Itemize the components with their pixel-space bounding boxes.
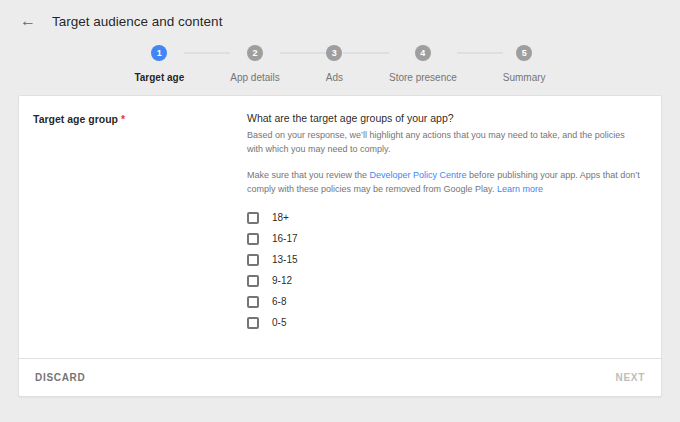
checkbox-label-6-8: 6-8	[272, 296, 286, 307]
required-marker: *	[121, 113, 125, 125]
step-3-circle[interactable]: 3	[326, 45, 342, 61]
page-title: Target audience and content	[52, 14, 222, 29]
checkbox-row-13-15[interactable]: 13-15	[247, 254, 641, 266]
age-group-checkbox-list: 18+ 16-17 13-15 9-12 6-8	[247, 212, 641, 329]
checkbox-18-plus[interactable]	[247, 212, 259, 224]
next-button[interactable]: NEXT	[616, 372, 645, 383]
card-footer: DISCARD NEXT	[19, 358, 661, 396]
checkbox-label-0-5: 0-5	[272, 317, 286, 328]
stepper: 1 Target age 2 App details 3 Ads 4 Store…	[0, 45, 680, 83]
card-body: Target age group* What are the target ag…	[19, 96, 661, 358]
checkbox-row-18-plus[interactable]: 18+	[247, 212, 641, 224]
checkbox-row-16-17[interactable]: 16-17	[247, 233, 641, 245]
step-4-circle[interactable]: 4	[415, 45, 431, 61]
step-5-circle[interactable]: 5	[516, 45, 532, 61]
target-age-card: Target age group* What are the target ag…	[18, 95, 662, 397]
checkbox-9-12[interactable]	[247, 275, 259, 287]
checkbox-label-16-17: 16-17	[272, 233, 298, 244]
field-label-text: Target age group	[33, 113, 118, 125]
checkbox-label-9-12: 9-12	[272, 275, 292, 286]
checkbox-row-9-12[interactable]: 9-12	[247, 275, 641, 287]
field-label: Target age group*	[33, 112, 247, 350]
checkbox-label-13-15: 13-15	[272, 254, 298, 265]
page-header: ← Target audience and content	[0, 0, 680, 33]
checkbox-row-6-8[interactable]: 6-8	[247, 296, 641, 308]
step-connector	[184, 52, 230, 54]
step-connector	[457, 52, 503, 54]
policy-note-prefix: Make sure that you review the	[247, 170, 370, 180]
learn-more-link[interactable]: Learn more	[497, 184, 543, 194]
step-3-label: Ads	[326, 72, 343, 83]
step-5-label: Summary	[503, 72, 546, 83]
step-1-label: Target age	[134, 72, 184, 83]
step-2-label: App details	[230, 72, 279, 83]
step-connector	[280, 52, 326, 54]
checkbox-row-0-5[interactable]: 0-5	[247, 317, 641, 329]
question-text: What are the target age groups of your a…	[247, 112, 641, 124]
checkbox-13-15[interactable]	[247, 254, 259, 266]
discard-button[interactable]: DISCARD	[35, 372, 85, 383]
step-store-presence[interactable]: 4 Store presence	[389, 45, 457, 83]
checkbox-label-18-plus: 18+	[272, 212, 289, 223]
step-2-circle[interactable]: 2	[247, 45, 263, 61]
checkbox-0-5[interactable]	[247, 317, 259, 329]
policy-note: Make sure that you review the Developer …	[247, 169, 641, 197]
step-connector	[343, 52, 389, 54]
description-text: Based on your response, we’ll highlight …	[247, 129, 641, 157]
field-content: What are the target age groups of your a…	[247, 112, 645, 350]
step-summary[interactable]: 5 Summary	[503, 45, 546, 83]
checkbox-16-17[interactable]	[247, 233, 259, 245]
step-ads[interactable]: 3 Ads	[326, 45, 343, 83]
step-app-details[interactable]: 2 App details	[230, 45, 279, 83]
checkbox-6-8[interactable]	[247, 296, 259, 308]
step-target-age[interactable]: 1 Target age	[134, 45, 184, 83]
step-4-label: Store presence	[389, 72, 457, 83]
developer-policy-centre-link[interactable]: Developer Policy Centre	[370, 170, 467, 180]
back-arrow-icon[interactable]: ←	[20, 13, 36, 29]
step-1-circle[interactable]: 1	[151, 45, 167, 61]
